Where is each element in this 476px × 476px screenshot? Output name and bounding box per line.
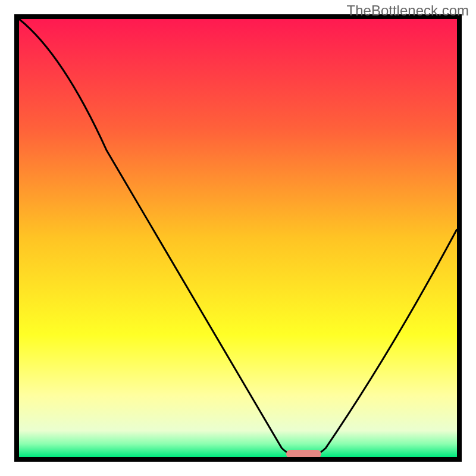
optimal-marker: [286, 450, 321, 458]
chart-svg: [0, 0, 476, 476]
gradient-background: [19, 19, 457, 457]
bottleneck-chart: TheBottleneck.com: [0, 0, 476, 476]
watermark-text: TheBottleneck.com: [347, 2, 469, 19]
